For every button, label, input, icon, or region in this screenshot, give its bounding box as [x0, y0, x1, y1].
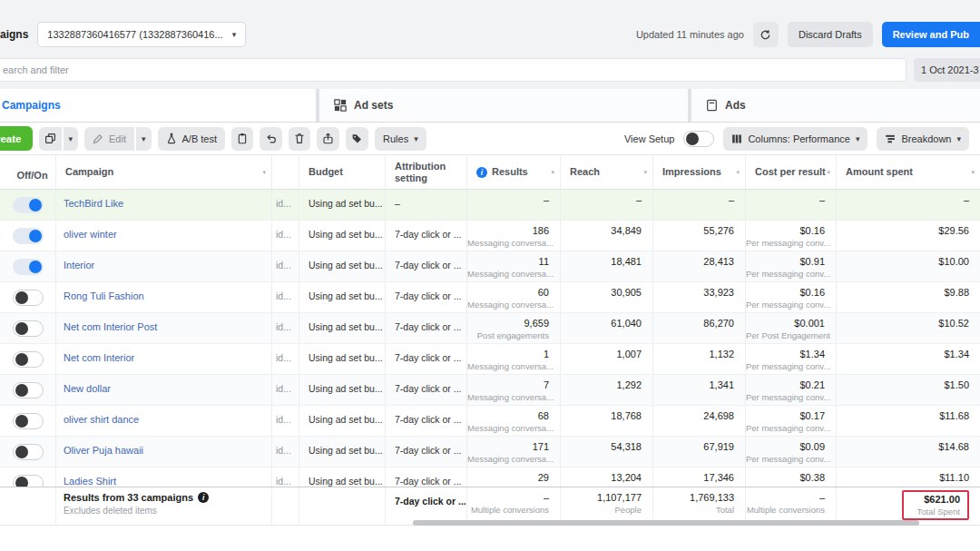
campaign-toggle[interactable]	[13, 320, 44, 337]
ab-test-button[interactable]: A/B test	[158, 127, 226, 151]
tab-ads[interactable]: Ads	[691, 89, 980, 122]
header-amount-spent[interactable]: Amount spent ▾	[837, 155, 980, 189]
campaign-name-link[interactable]: Interior	[56, 260, 94, 271]
header-reach[interactable]: Reach ▾	[561, 155, 653, 189]
header-budget[interactable]: Budget	[299, 155, 386, 189]
budget-cell: Using ad set bu...	[299, 406, 386, 436]
tag-icon	[351, 133, 363, 144]
columns-button-label: Columns: Performance	[748, 133, 850, 144]
results-cell: 171 Messaging conversa...	[467, 437, 561, 467]
tab-ad-sets[interactable]: Ad sets	[319, 89, 688, 122]
impressions-cell: 33,923	[653, 282, 746, 312]
amount-spent-cell: $11.10	[837, 467, 980, 487]
clipboard-button[interactable]	[231, 127, 253, 151]
top-bar: aigns 1332887360416577 (1332887360416...…	[0, 16, 980, 53]
campaign-toggle[interactable]	[13, 228, 44, 244]
table-row: Net com Interior Post id... Using ad set…	[0, 313, 980, 344]
summary-results-value: –	[467, 492, 549, 503]
discard-drafts-button[interactable]: Discard Drafts	[788, 22, 873, 47]
horizontal-scrollbar[interactable]	[0, 519, 980, 526]
campaign-toggle[interactable]	[13, 351, 44, 368]
date-range-button[interactable]: 1 Oct 2021-3	[914, 58, 980, 82]
toggle-knob	[15, 322, 28, 335]
campaign-toggle[interactable]	[13, 413, 44, 429]
account-selector-dropdown[interactable]: 1332887360416577 (1332887360416... ▾	[37, 22, 246, 47]
reach-value: 61,040	[561, 318, 642, 329]
header-cost-per-result[interactable]: Cost per result ▾	[746, 155, 837, 189]
attribution-text: 7-day click or ...	[386, 383, 462, 394]
impressions-value: 55,276	[653, 225, 734, 236]
duplicate-more-button[interactable]: ▾	[64, 127, 79, 151]
campaign-toggle[interactable]	[13, 259, 44, 275]
budget-cell: Using ad set bu...	[299, 375, 386, 405]
create-button[interactable]: reate	[0, 126, 33, 151]
campaign-name-link[interactable]: Net com Interior	[56, 352, 134, 363]
header-attribution[interactable]: Attribution setting	[386, 155, 467, 189]
toggle-cell	[0, 406, 56, 436]
view-setup-toggle[interactable]	[683, 131, 714, 147]
rules-button[interactable]: Rules ▾	[375, 127, 426, 151]
attribution-cell: 7-day click or ...	[386, 313, 467, 343]
campaign-toggle[interactable]	[13, 444, 44, 460]
delete-button[interactable]	[289, 127, 310, 151]
delivery-cell: id...	[272, 467, 299, 487]
campaign-name-link[interactable]: Net com Interior Post	[56, 321, 157, 332]
reach-value: 18,768	[561, 410, 642, 421]
refresh-button[interactable]	[753, 22, 779, 47]
table-header-row: Off/On Campaign ▾ Budget Attribution set…	[0, 155, 980, 190]
tag-button[interactable]	[346, 127, 368, 151]
campaign-name-link[interactable]: oliver winter	[56, 229, 117, 240]
budget-cell: Using ad set bu...	[299, 344, 386, 374]
campaign-toggle[interactable]	[13, 197, 44, 213]
edit-more-button[interactable]: ▾	[136, 127, 152, 151]
undo-button[interactable]	[260, 127, 282, 151]
campaign-cell: oliver winter	[56, 221, 272, 251]
amount-spent-value: $10.52	[837, 318, 969, 329]
campaign-name-link[interactable]: New dollar	[56, 383, 111, 394]
campaign-toggle[interactable]	[13, 290, 44, 306]
budget-text: Using ad set bu...	[299, 445, 383, 456]
campaign-name-link[interactable]: oliver shirt dance	[56, 414, 139, 425]
campaign-name-link[interactable]: Rong Tuli Fashion	[56, 290, 144, 301]
table-row: New dollar id... Using ad set bu... 7-da…	[0, 375, 980, 406]
campaign-name-link[interactable]: Ladies Shirt	[56, 476, 116, 487]
campaign-name-link[interactable]: TechBird Like	[56, 198, 123, 209]
cost-per-result-cell: $0.001 Per Post Engagement	[746, 313, 837, 343]
review-publish-button[interactable]: Review and Pub	[882, 22, 980, 47]
campaign-toggle[interactable]	[13, 382, 44, 398]
breakdown-button[interactable]: Breakdown ▾	[877, 127, 969, 151]
edit-button[interactable]: Edit	[84, 127, 134, 151]
delivery-text: id...	[272, 229, 291, 240]
tab-campaigns[interactable]: Campaigns	[0, 89, 316, 122]
account-selector-value: 1332887360416577 (1332887360416...	[47, 29, 222, 40]
cost-per-result-sublabel: Per messaging conv...	[746, 423, 825, 433]
results-cell: 11 Messaging conversa...	[467, 251, 561, 281]
tab-campaigns-label: Campaigns	[2, 99, 61, 112]
header-results[interactable]: i Results ▾	[467, 155, 561, 189]
search-input[interactable]: earch and filter	[0, 58, 906, 82]
cost-per-result-sublabel: Per messaging conv...	[746, 238, 825, 248]
duplicate-button[interactable]	[39, 127, 62, 151]
cost-per-result-value: $0.91	[746, 256, 825, 267]
columns-button[interactable]: Columns: Performance ▾	[723, 127, 867, 151]
scrollbar-thumb[interactable]	[413, 520, 919, 526]
export-button[interactable]	[317, 127, 339, 151]
header-impressions[interactable]: Impressions ▾	[653, 155, 746, 189]
amount-spent-value: $29.56	[837, 225, 969, 236]
attribution-cell: 7-day click or ...	[386, 282, 467, 312]
ads-page-icon	[706, 99, 718, 112]
header-campaign[interactable]: Campaign ▾	[56, 155, 272, 189]
header-reach-label: Reach	[570, 166, 600, 177]
reach-cell: 61,040	[561, 313, 653, 343]
attribution-cell: 7-day click or ...	[386, 251, 467, 281]
budget-text: Using ad set bu...	[299, 414, 383, 425]
results-cell: 68 Messaging conversa...	[467, 406, 561, 436]
campaign-toggle[interactable]	[13, 475, 44, 487]
campaign-name-link[interactable]: Oliver Puja hawaii	[56, 445, 143, 456]
cost-per-result-sublabel: Per messaging conv...	[746, 454, 825, 464]
campaign-cell: Rong Tuli Fashion	[56, 282, 272, 312]
toggle-cell	[0, 375, 56, 405]
amount-spent-cell: $9.88	[837, 282, 980, 312]
budget-text: Using ad set bu...	[299, 290, 383, 301]
results-sublabel: Messaging conversa...	[467, 392, 549, 402]
